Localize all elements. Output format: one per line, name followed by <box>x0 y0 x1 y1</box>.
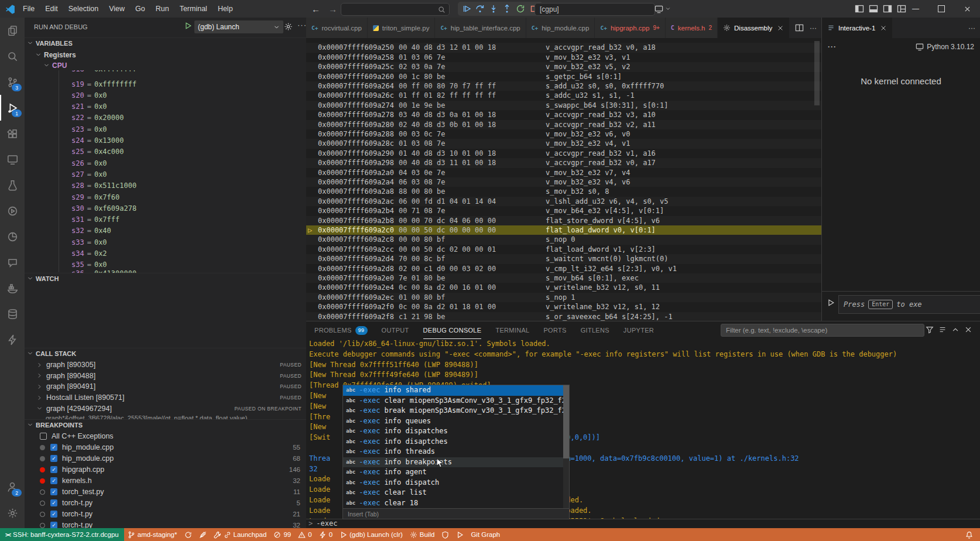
disassembly-row[interactable]: 0x00007ffff609a26400 ff 00 80 70 f7 ff f… <box>306 81 821 91</box>
disassembly-row[interactable]: 0x00007ffff609a2e40c 00 8a d2 00 16 01 0… <box>306 283 821 292</box>
disassembly-row[interactable]: 0x00007ffff609a28002 40 d8 d3 0b 01 00 1… <box>306 120 821 129</box>
variables-section-header[interactable]: VARIABLES <box>25 37 306 48</box>
disassembly-row[interactable]: 0x00007ffff609a2a406 03 08 7ev_mov_b32_e… <box>306 177 821 187</box>
disassembly-row[interactable]: 0x00007ffff609a29001 40 d8 d3 10 01 00 1… <box>306 149 821 158</box>
debug-step-out-button[interactable] <box>501 3 513 15</box>
breakpoint-checkbox[interactable]: ✓ <box>50 488 57 495</box>
register-row[interactable]: s26=0x0 <box>71 157 107 169</box>
tab-hip-table-interface-cpp[interactable]: C+hip_table_interface.cpp <box>435 18 526 38</box>
menu-edit[interactable]: Edit <box>40 0 63 18</box>
suggest-item[interactable]: abc-execinfo disaptches <box>343 437 569 447</box>
tab-triton-simple-py[interactable]: triton_simple.py <box>368 18 436 38</box>
breakpoint-row[interactable]: ✓hipgraph.cpp146 <box>25 464 306 475</box>
panel-tab-terminal[interactable]: TERMINAL <box>495 321 529 339</box>
activity-explorer[interactable] <box>0 18 25 43</box>
activity-account[interactable]: 2 <box>0 474 25 500</box>
register-row[interactable]: s35=0x0 <box>71 259 107 270</box>
suggest-item[interactable]: abc-execinfo agent <box>343 467 569 478</box>
activity-comments[interactable] <box>0 249 25 275</box>
disassembly-row[interactable]: 0x00007ffff609a28800 03 0c 7ev_mov_b32_e… <box>306 129 821 139</box>
disassembly-row[interactable]: 0x00007ffff609a2ec01 00 80 bfs_nop 1 <box>306 293 821 302</box>
menu-run[interactable]: Run <box>150 0 174 18</box>
register-row[interactable]: s24=0x13000 <box>71 135 124 146</box>
activity-remote-explorer[interactable] <box>0 146 25 172</box>
disassembly-row[interactable]: 0x00007ffff609a29800 40 d8 d3 11 01 00 1… <box>306 158 821 167</box>
run-cell-icon[interactable] <box>827 299 835 307</box>
status-no-edits[interactable] <box>196 528 210 541</box>
breakpoint-checkbox[interactable]: ✓ <box>50 455 57 462</box>
disassembly-row[interactable]: 0x00007ffff609a25801 03 06 7ev_mov_b32_e… <box>306 53 821 62</box>
debug-continue-button[interactable] <box>461 3 472 15</box>
status-git-branch[interactable]: amd-staging* <box>124 528 181 541</box>
breakpoint-checkbox[interactable]: ✓ <box>50 466 57 473</box>
call-stack-thread[interactable]: graph [890488]PAUSED <box>25 371 306 381</box>
breakpoint-checkbox[interactable] <box>40 433 47 440</box>
disassembly-row[interactable]: 0x00007ffff609a2cc00 00 50 dc 02 00 00 0… <box>306 245 821 254</box>
interactive-input[interactable]: Press Enter to exe <box>838 295 980 314</box>
toolbar-more-icon[interactable]: ··· <box>828 43 837 51</box>
maximize-button[interactable] <box>928 0 954 18</box>
search-input[interactable] <box>341 3 450 16</box>
tab-hipgraph-cpp[interactable]: C+hipgraph.cpp9+ <box>595 18 665 38</box>
close-button[interactable] <box>954 0 980 18</box>
register-row[interactable]: s22=0x20000 <box>71 112 124 124</box>
split-editor-icon[interactable] <box>795 23 804 32</box>
editor-scrollbar[interactable] <box>814 41 820 105</box>
menu-view[interactable]: View <box>104 0 130 18</box>
suggest-item[interactable]: abc-execinfo threads <box>343 447 569 457</box>
sidebar-more-icon[interactable]: ··· <box>297 20 306 29</box>
register-row[interactable]: s21=0x0 <box>71 101 107 112</box>
panel-close-icon[interactable] <box>964 326 972 334</box>
breakpoint-row[interactable]: ✓torch-t.py21 <box>25 509 306 520</box>
disassembly-row[interactable]: 0x00007ffff609a2d802 00 c1 d0 00 03 02 0… <box>306 264 821 273</box>
disassembly-row[interactable]: 0x00007ffff609a26c01 ff 01 82 ff ff ff f… <box>306 91 821 100</box>
breakpoint-checkbox[interactable]: ✓ <box>50 499 57 506</box>
panel-filter-icon[interactable] <box>926 326 934 334</box>
status-errors[interactable]: 99 <box>270 528 294 541</box>
menu-go[interactable]: Go <box>130 0 150 18</box>
register-row[interactable]: s20=0x0 <box>71 90 107 101</box>
dropdown-scrollbar[interactable] <box>563 385 569 508</box>
toggle-panel-icon[interactable] <box>869 4 878 13</box>
status-git-graph[interactable]: Git Graph <box>467 528 503 541</box>
menu-selection[interactable]: Selection <box>63 0 104 18</box>
register-row[interactable]: s31=0x7fff <box>71 214 119 225</box>
disassembly-row[interactable]: 0x00007ffff609a2d470 00 8c bfs_waitcnt v… <box>306 254 821 263</box>
breakpoint-checkbox[interactable]: ✓ <box>50 511 57 518</box>
breakpoint-row[interactable]: All C++ Exceptions <box>25 431 306 442</box>
menu-file[interactable]: File <box>18 0 40 18</box>
menu-terminal[interactable]: Terminal <box>174 0 213 18</box>
activity-source-control[interactable]: 3 <box>0 69 25 95</box>
suggest-item[interactable]: abc-execbreak miopenSp3AsmConv_v30_3_1_g… <box>343 406 569 416</box>
breakpoint-row[interactable]: ✓torch-t.py32 <box>25 520 306 528</box>
disassembly-row[interactable]: 0x00007ffff609a2ac06 00 fd d1 04 01 14 0… <box>306 197 821 206</box>
status-build[interactable]: Build <box>406 528 438 541</box>
status-notifications[interactable] <box>962 528 976 541</box>
toggle-secondary-sidebar-icon[interactable] <box>883 4 892 13</box>
debug-step-into-button[interactable] <box>488 3 499 15</box>
more-icon[interactable]: ··· <box>968 24 975 32</box>
breakpoints-section-header[interactable]: BREAKPOINTS <box>25 419 306 430</box>
start-debug-icon[interactable] <box>184 22 192 30</box>
panel-list-icon[interactable] <box>938 326 947 334</box>
activity-play-circle[interactable] <box>0 198 25 224</box>
tab-kernels-h[interactable]: Ckernels.h2 <box>666 18 718 38</box>
device-dropdown[interactable] <box>655 0 671 18</box>
status-shield[interactable] <box>438 528 453 541</box>
register-row[interactable]: s27=0x0 <box>71 169 107 180</box>
panel-tab-ports[interactable]: PORTS <box>543 321 566 339</box>
disassembly-row[interactable]: ▷0x00007ffff609a2c000 00 50 dc 00 00 00 … <box>306 225 821 235</box>
panel-tab-jupyter[interactable]: JUPYTER <box>623 321 654 339</box>
disassembly-row[interactable]: 0x00007ffff609a26000 1c 80 bes_getpc_b64… <box>306 72 821 81</box>
register-row[interactable]: s25=0x4c000 <box>71 146 124 157</box>
breakpoint-row[interactable]: ✓hip_module.cpp55 <box>25 442 306 453</box>
register-row[interactable]: s33=0x0 <box>71 237 107 248</box>
register-row[interactable]: s23=0x0 <box>71 124 107 135</box>
tab-disassembly[interactable]: Disassembly <box>718 18 790 38</box>
panel-maximize-icon[interactable] <box>951 326 960 334</box>
call-stack-section-header[interactable]: CALL STACK <box>25 348 306 358</box>
call-stack-thread[interactable]: graph [890491]PAUSED <box>25 381 306 392</box>
tab-hip-module-cpp[interactable]: C+hip_module.cpp <box>526 18 595 38</box>
remote-indicator[interactable]: >< SSH: banff-cyxtera-S72-2.ctr.dcgpu <box>0 528 124 541</box>
suggest-item[interactable]: abc-execinfo breakpoints <box>343 457 569 468</box>
